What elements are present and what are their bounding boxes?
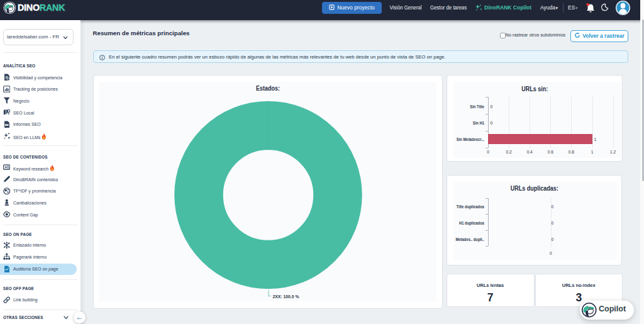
svg-text:2XX: 100.0 %: 2XX: 100.0 % [272,294,299,299]
svg-text:PDF: PDF [5,124,8,126]
